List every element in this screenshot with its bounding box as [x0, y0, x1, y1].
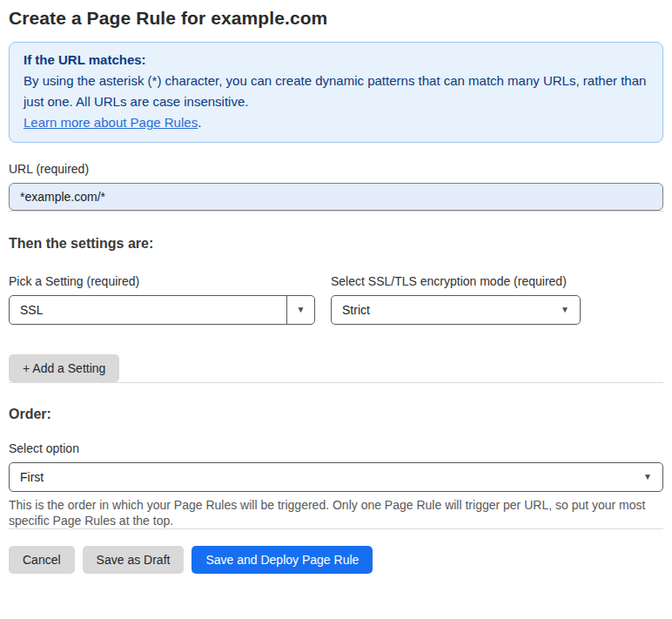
setting-picker-select[interactable]: SSL ▼ [9, 295, 315, 325]
page-title: Create a Page Rule for example.com [9, 7, 663, 30]
create-page-rule-form: Create a Page Rule for example.com If th… [0, 7, 672, 586]
info-box-heading: If the URL matches: [24, 50, 648, 71]
chevron-down-icon: ▼ [643, 473, 652, 481]
chevron-down-icon: ▼ [297, 306, 306, 314]
order-select-value: First [20, 470, 44, 484]
setting-picker-column: Pick a Setting (required) SSL ▼ [9, 255, 315, 325]
order-select[interactable]: First ▼ [9, 462, 663, 492]
cancel-button[interactable]: Cancel [9, 546, 75, 574]
ssl-mode-label: Select SSL/TLS encryption mode (required… [331, 274, 581, 289]
info-box-link-line: Learn more about Page Rules. [24, 112, 648, 133]
url-match-info-box: If the URL matches: By using the asteris… [9, 42, 663, 143]
settings-row: Pick a Setting (required) SSL ▼ Select S… [9, 255, 663, 325]
footer-actions: Cancel Save as Draft Save and Deploy Pag… [9, 546, 663, 574]
url-input[interactable] [9, 183, 663, 211]
save-deploy-button[interactable]: Save and Deploy Page Rule [192, 546, 373, 574]
chevron-down-icon: ▼ [561, 306, 569, 314]
url-field-label: URL (required) [9, 162, 663, 177]
add-setting-button[interactable]: + Add a Setting [9, 354, 119, 382]
settings-section-heading: Then the settings are: [9, 235, 663, 252]
ssl-mode-select[interactable]: Strict ▼ [331, 295, 581, 325]
ssl-mode-value: Strict [342, 303, 370, 317]
setting-picker-value: SSL [10, 296, 286, 324]
section-divider [9, 382, 663, 383]
link-suffix: . [198, 115, 201, 130]
footer-divider [9, 528, 663, 529]
info-box-body: By using the asterisk (*) character, you… [24, 71, 648, 112]
learn-more-link[interactable]: Learn more about Page Rules [24, 115, 198, 130]
ssl-mode-column: Select SSL/TLS encryption mode (required… [331, 255, 581, 325]
order-select-label: Select option [9, 441, 663, 456]
save-draft-button[interactable]: Save as Draft [83, 546, 185, 574]
setting-picker-label: Pick a Setting (required) [9, 274, 315, 289]
setting-picker-arrow-box: ▼ [286, 296, 314, 324]
order-section-heading: Order: [9, 406, 663, 422]
section-divider [9, 211, 663, 212]
order-help-text: This is the order in which your Page Rul… [9, 497, 660, 528]
